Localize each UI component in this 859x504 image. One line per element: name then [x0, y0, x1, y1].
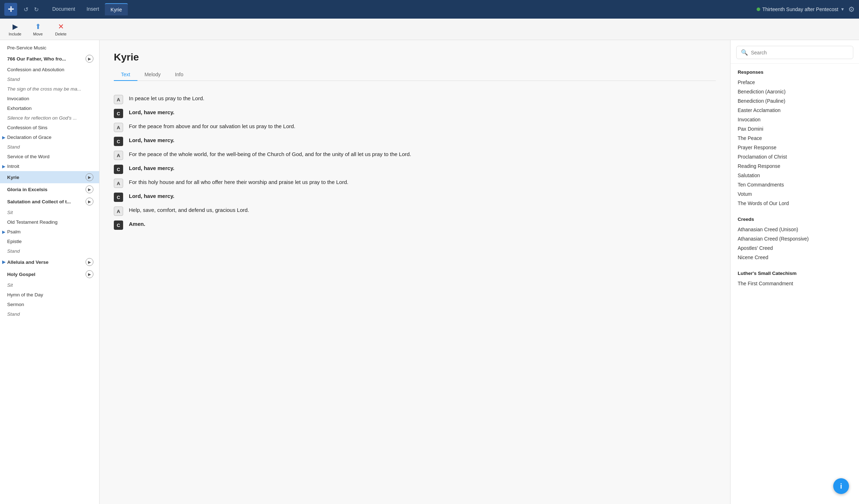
topbar-right: Thirteenth Sunday after Pentecost ▼ ⚙: [757, 5, 855, 14]
tab-text[interactable]: Text: [114, 69, 137, 81]
role-badge-a: A: [114, 151, 123, 160]
play-icon[interactable]: ▶: [86, 258, 93, 266]
panel-item[interactable]: The Words of Our Lord: [738, 199, 852, 208]
settings-button[interactable]: ⚙: [848, 5, 855, 14]
panel-item[interactable]: Proclamation of Christ: [738, 152, 852, 161]
sidebar-item[interactable]: ▶Declaration of Grace: [0, 132, 99, 142]
tab-melody[interactable]: Melody: [137, 69, 168, 81]
panel-item[interactable]: Ten Commandments: [738, 180, 852, 189]
arrow-icon: ▶: [2, 260, 5, 265]
panel-item[interactable]: The First Commandment: [738, 279, 852, 288]
nav-back-button[interactable]: ↺: [21, 5, 30, 14]
sidebar: Pre-Service Music766 Our Father, Who fro…: [0, 40, 100, 504]
sidebar-item-label: Holy Gospel: [7, 272, 86, 277]
panel-item[interactable]: Athanasian Creed (Unison): [738, 225, 852, 234]
sidebar-item[interactable]: Exhortation: [0, 103, 99, 113]
move-button[interactable]: ⬆ Move: [27, 20, 49, 38]
liturgy-row: AFor the peace from above and for our sa…: [114, 120, 716, 134]
play-icon[interactable]: ▶: [86, 198, 93, 205]
sidebar-item[interactable]: Pre-Service Music: [0, 43, 99, 53]
sidebar-item[interactable]: Sit: [0, 280, 99, 290]
liturgy-line-text: For this holy house and for all who offe…: [129, 178, 348, 186]
sidebar-item[interactable]: Invocation: [0, 94, 99, 103]
play-icon[interactable]: ▶: [86, 55, 93, 63]
top-navigation-bar: ✛ ↺ ↻ Document Insert Kyrie Thirteenth S…: [0, 0, 859, 19]
play-icon[interactable]: ▶: [86, 270, 93, 278]
panel-item[interactable]: Reading Response: [738, 161, 852, 171]
sidebar-item[interactable]: Gloria in Excelsis▶: [0, 183, 99, 195]
sidebar-item-label: 766 Our Father, Who fro...: [7, 56, 86, 62]
sidebar-item[interactable]: ▶Psalm: [0, 227, 99, 237]
panel-item[interactable]: Benediction (Pauline): [738, 96, 852, 106]
panel-item[interactable]: Votum: [738, 189, 852, 199]
panel-item[interactable]: The Peace: [738, 134, 852, 143]
sidebar-item[interactable]: Old Testament Reading: [0, 217, 99, 227]
role-badge-a: A: [114, 207, 123, 216]
include-button[interactable]: ▶ Include: [4, 20, 26, 38]
sidebar-item-label: Gloria in Excelsis: [7, 187, 86, 192]
liturgy-line-text: In peace let us pray to the Lord.: [129, 94, 204, 103]
sidebar-item-label: Confession and Absolution: [7, 67, 93, 72]
sidebar-item[interactable]: Epistle: [0, 237, 99, 246]
panel-item[interactable]: Preface: [738, 78, 852, 87]
sidebar-item[interactable]: Stand: [0, 74, 99, 84]
main-area: Pre-Service Music766 Our Father, Who fro…: [0, 40, 859, 504]
sidebar-item[interactable]: Hymn of the Day: [0, 290, 99, 300]
sidebar-item-label: Sit: [7, 210, 93, 215]
sidebar-item-label: Old Testament Reading: [7, 219, 93, 225]
sidebar-item[interactable]: Stand: [0, 309, 99, 319]
sidebar-item[interactable]: Sit: [0, 208, 99, 217]
content-tabs: Text Melody Info: [114, 69, 716, 81]
tab-insert[interactable]: Insert: [81, 3, 105, 15]
play-icon[interactable]: ▶: [86, 185, 93, 193]
nav-forward-button[interactable]: ↻: [32, 5, 41, 14]
role-badge-a: A: [114, 95, 123, 104]
panel-item[interactable]: Invocation: [738, 115, 852, 124]
search-section: 🔍: [731, 46, 859, 64]
play-icon[interactable]: ▶: [86, 173, 93, 181]
sidebar-item-label: Sermon: [7, 302, 93, 307]
delete-button[interactable]: ✕ Delete: [50, 20, 72, 38]
liturgy-row: AFor the peace of the whole world, for t…: [114, 148, 716, 162]
service-status-dot: [757, 8, 760, 11]
sidebar-item-label: Invocation: [7, 96, 93, 101]
tab-document[interactable]: Document: [47, 3, 81, 15]
sidebar-item[interactable]: Kyrie▶: [0, 171, 99, 183]
panel-item[interactable]: Salutation: [738, 171, 852, 180]
nav-buttons: ↺ ↻: [21, 5, 41, 14]
sidebar-item[interactable]: Confession of Sins: [0, 123, 99, 132]
search-box-inner: 🔍: [736, 46, 853, 59]
include-icon: ▶: [13, 22, 18, 31]
info-button[interactable]: i: [833, 478, 849, 494]
sidebar-item[interactable]: Stand: [0, 246, 99, 256]
panel-item[interactable]: Prayer Response: [738, 143, 852, 152]
delete-label: Delete: [55, 32, 67, 36]
tab-kyrie[interactable]: Kyrie: [105, 3, 128, 15]
sidebar-item[interactable]: Stand: [0, 142, 99, 152]
sidebar-item[interactable]: Sermon: [0, 300, 99, 309]
sidebar-item[interactable]: Salutation and Collect of t...▶: [0, 195, 99, 208]
service-name[interactable]: Thirteenth Sunday after Pentecost ▼: [757, 6, 845, 12]
search-input[interactable]: [751, 50, 849, 55]
sidebar-item[interactable]: Silence for reflection on God's ...: [0, 113, 99, 123]
sidebar-item[interactable]: Service of the Word: [0, 152, 99, 161]
sidebar-item[interactable]: ▶Alleluia and Verse▶: [0, 256, 99, 268]
panel-item[interactable]: Pax Domini: [738, 124, 852, 134]
panel-subsection: Luther's Small CatechismThe First Comman…: [731, 265, 859, 291]
sidebar-item[interactable]: Confession and Absolution: [0, 65, 99, 74]
sidebar-item-label: Psalm: [7, 229, 93, 234]
toolbar: ▶ Include ⬆ Move ✕ Delete: [0, 19, 859, 40]
sidebar-item[interactable]: 766 Our Father, Who fro...▶: [0, 53, 99, 65]
sidebar-item[interactable]: Holy Gospel▶: [0, 268, 99, 280]
panel-item[interactable]: Easter Acclamation: [738, 106, 852, 115]
panel-item[interactable]: Benediction (Aaronic): [738, 87, 852, 96]
panel-section-heading: Responses: [738, 69, 852, 75]
panel-item[interactable]: Athanasian Creed (Responsive): [738, 234, 852, 243]
sidebar-item[interactable]: The sign of the cross may be ma...: [0, 84, 99, 94]
sidebar-item[interactable]: ▶Introit: [0, 161, 99, 171]
role-badge-a: A: [114, 123, 123, 132]
tab-info[interactable]: Info: [168, 69, 190, 81]
panel-item[interactable]: Nicene Creed: [738, 253, 852, 262]
panel-item[interactable]: Apostles' Creed: [738, 243, 852, 253]
liturgy-row: AFor this holy house and for all who off…: [114, 176, 716, 190]
